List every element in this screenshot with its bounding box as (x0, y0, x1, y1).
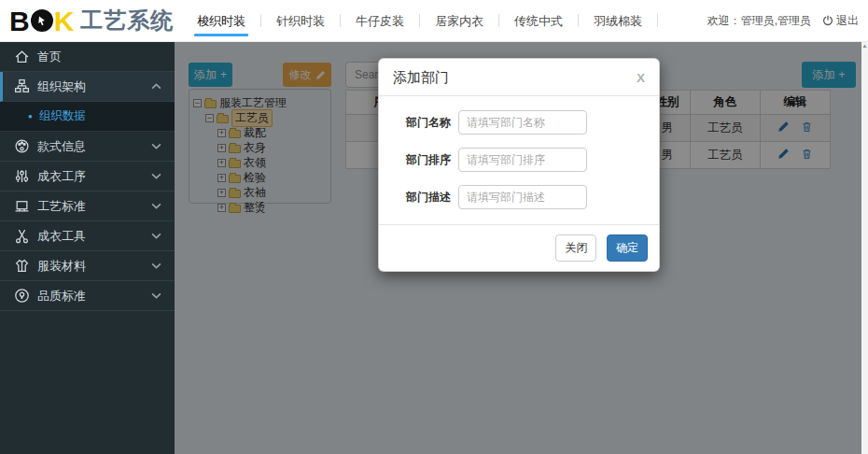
jacket-icon (14, 258, 30, 274)
sliders-icon (14, 168, 30, 184)
sidebar-item-org-data[interactable]: ● 组织数据 (0, 102, 175, 132)
nav-tab-4[interactable]: 传统中式 (499, 0, 578, 42)
logo-cursor-icon (31, 9, 53, 32)
department-desc-label: 部门描述 (393, 190, 451, 206)
bullet-icon: ● (28, 112, 33, 121)
welcome-text: 欢迎：管理员,管理员 (707, 13, 811, 29)
sidebar-item-garment-tools[interactable]: 成衣工具 (0, 221, 175, 251)
vertical-scrollbar[interactable]: ▲ (861, 42, 868, 454)
active-tab-underline (194, 34, 248, 36)
logo-letter-b: B (9, 0, 30, 42)
header-right: 欢迎：管理员,管理员 退出 (707, 13, 868, 29)
sidebar-item-style-info[interactable]: 款式信息 (0, 132, 175, 162)
nav-tab-2[interactable]: 牛仔皮装 (341, 0, 419, 42)
add-department-modal: 添加部门 X 部门名称 部门排序 部门描述 关闭 确定 (378, 58, 660, 272)
sidebar-item-quality-standard[interactable]: 品质标准 (0, 281, 175, 311)
modal-confirm-button[interactable]: 确定 (607, 234, 648, 262)
chevron-down-icon (151, 203, 161, 209)
close-icon[interactable]: X (637, 71, 645, 85)
modal-title: 添加部门 (393, 69, 449, 87)
modal-body: 部门名称 部门排序 部门描述 (379, 96, 659, 224)
department-sort-input[interactable] (458, 148, 587, 172)
sidebar-item-clothing-materials[interactable]: 服装材料 (0, 251, 175, 281)
nav-tab-3[interactable]: 居家内衣 (420, 0, 498, 42)
scroll-up-icon[interactable]: ▲ (861, 42, 868, 50)
chevron-down-icon (151, 173, 161, 179)
logout-button[interactable]: 退出 (822, 13, 859, 29)
sidebar-item-craft-standard[interactable]: 工艺标准 (0, 192, 175, 221)
quality-bulb-icon (14, 288, 30, 304)
logo: B K 工艺系统 (0, 0, 175, 42)
nav-tab-5[interactable]: 羽绒棉装 (579, 0, 657, 42)
department-desc-input[interactable] (458, 185, 587, 209)
scissors-icon (14, 228, 30, 244)
sidebar-item-org[interactable]: 组织架构 (0, 72, 175, 102)
nav-separator (657, 14, 658, 27)
field-department-sort: 部门排序 (393, 148, 645, 172)
chevron-up-icon (151, 83, 161, 90)
chevron-down-icon (151, 233, 161, 239)
field-department-desc: 部门描述 (393, 185, 645, 209)
chevron-down-icon (151, 262, 161, 269)
sidebar-item-home[interactable]: 首页 (0, 42, 175, 72)
top-nav: 梭织时装 针织时装 牛仔皮装 居家内衣 传统中式 羽绒棉装 (182, 0, 658, 42)
power-icon (822, 15, 833, 26)
logo-letter-k: K (54, 0, 75, 42)
laptop-icon (14, 198, 30, 214)
app-title: 工艺系统 (80, 6, 174, 35)
modal-footer: 关闭 确定 (379, 224, 659, 271)
field-department-name: 部门名称 (393, 110, 645, 135)
modal-cancel-button[interactable]: 关闭 (555, 234, 596, 262)
chevron-down-icon (151, 292, 161, 299)
nav-tab-1[interactable]: 针织时装 (261, 0, 340, 42)
sidebar: 首页 组织架构 ● 组织数据 款式信息 成衣工序 工艺 (0, 42, 175, 454)
department-sort-label: 部门排序 (393, 152, 451, 168)
header: B K 工艺系统 梭织时装 针织时装 牛仔皮装 居家内衣 传统中式 羽绒棉装 欢… (0, 0, 868, 42)
palette-icon (14, 138, 30, 154)
nav-tab-0[interactable]: 梭织时装 (182, 0, 260, 42)
department-name-input[interactable] (458, 110, 587, 135)
department-name-label: 部门名称 (393, 115, 451, 131)
chevron-down-icon (151, 143, 161, 149)
home-icon (14, 49, 30, 64)
org-chart-icon (14, 78, 30, 94)
sidebar-item-garment-process[interactable]: 成衣工序 (0, 162, 175, 192)
modal-header: 添加部门 X (379, 59, 659, 96)
